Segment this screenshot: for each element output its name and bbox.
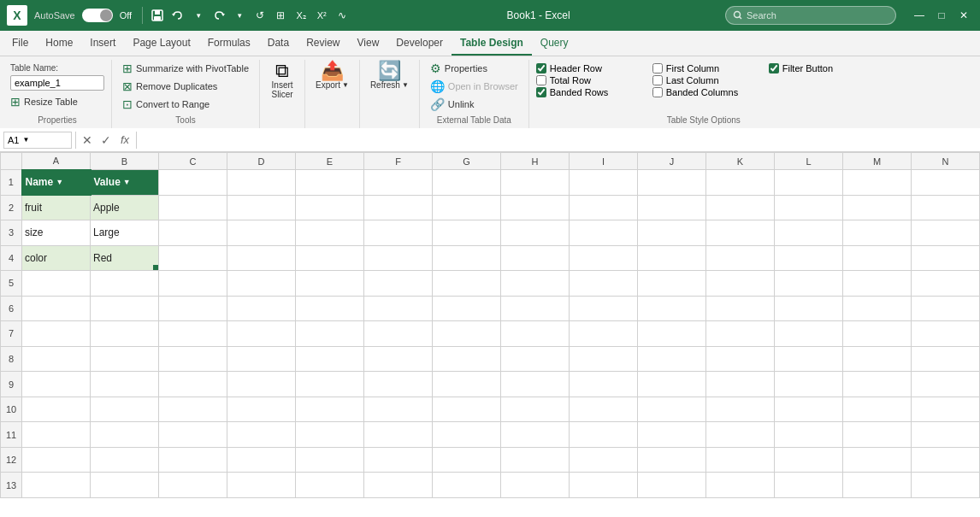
cell-A4[interactable]: color [22, 245, 91, 271]
cell-K2[interactable] [706, 195, 775, 220]
cell-E4[interactable] [296, 245, 364, 271]
cell-B2[interactable]: Apple [91, 195, 159, 220]
cell-J1[interactable] [638, 170, 706, 196]
search-box[interactable]: Search [725, 6, 896, 25]
cell-G2[interactable] [433, 195, 501, 220]
cell-D3[interactable] [227, 220, 296, 246]
tab-data[interactable]: Data [259, 31, 298, 56]
col-header-F[interactable]: F [364, 153, 433, 170]
cell-M3[interactable] [843, 220, 912, 246]
confirm-formula-icon[interactable]: ✓ [98, 133, 114, 147]
header-row-option[interactable]: Header Row [536, 63, 639, 73]
cell-F4[interactable] [364, 245, 433, 271]
banded-rows-checkbox[interactable] [536, 87, 546, 97]
cell-A1[interactable]: Name ▼ [22, 170, 91, 196]
col-header-A[interactable]: A [22, 153, 91, 170]
subscript-button[interactable]: X₂ [292, 6, 310, 25]
col-header-G[interactable]: G [433, 153, 501, 170]
tab-formulas[interactable]: Formulas [199, 31, 259, 56]
cell-E2[interactable] [296, 195, 364, 220]
cell-J3[interactable] [638, 220, 706, 246]
formula-input[interactable] [140, 134, 977, 146]
cell-A7[interactable] [22, 321, 91, 347]
cell-C1[interactable] [159, 170, 227, 196]
cell-A13[interactable] [22, 473, 91, 498]
open-in-browser-button[interactable]: 🌐 Open in Browser [427, 78, 522, 95]
cell-H4[interactable] [501, 245, 570, 271]
cell-H3[interactable] [501, 220, 570, 246]
col-header-N[interactable]: N [912, 153, 980, 170]
cell-H2[interactable] [501, 195, 570, 220]
cell-E3[interactable] [296, 220, 364, 246]
row-header-1[interactable]: 1 [1, 170, 22, 196]
row-header-4[interactable]: 4 [1, 245, 22, 271]
cell-K1[interactable] [706, 170, 775, 196]
banded-rows-option[interactable]: Banded Rows [536, 87, 639, 97]
resize-table-button[interactable]: ⊞ Resize Table [10, 93, 104, 110]
row-header-7[interactable]: 7 [1, 321, 22, 347]
tab-home[interactable]: Home [37, 31, 81, 56]
refresh-button[interactable]: ↺ [251, 6, 269, 25]
cell-G3[interactable] [433, 220, 501, 246]
cell-B7[interactable] [91, 321, 159, 347]
autosave-toggle[interactable] [82, 9, 113, 22]
cell-M2[interactable] [843, 195, 912, 220]
cell-A2[interactable]: fruit [22, 195, 91, 220]
more-toolbar-button[interactable]: ∿ [333, 6, 351, 25]
cell-L2[interactable] [775, 195, 843, 220]
cell-A5[interactable] [22, 271, 91, 297]
col-header-B[interactable]: B [91, 153, 159, 170]
cell-B13[interactable] [91, 473, 159, 498]
cell-D4[interactable] [227, 245, 296, 271]
cell-N1[interactable] [912, 170, 980, 196]
last-column-option[interactable]: Last Column [652, 75, 755, 85]
col-header-L[interactable]: L [775, 153, 843, 170]
cell-A3[interactable]: size [22, 220, 91, 246]
cell-I1[interactable] [570, 170, 638, 196]
tab-file[interactable]: File [3, 31, 37, 56]
cell-F3[interactable] [364, 220, 433, 246]
cell-ref-dropdown[interactable]: ▼ [22, 136, 29, 144]
cell-B5[interactable] [91, 271, 159, 297]
cell-B12[interactable] [91, 447, 159, 473]
cell-N3[interactable] [912, 220, 980, 246]
superscript-button[interactable]: X² [312, 6, 331, 25]
col-header-M[interactable]: M [843, 153, 912, 170]
cell-J2[interactable] [638, 195, 706, 220]
cell-I3[interactable] [570, 220, 638, 246]
cell-F2[interactable] [364, 195, 433, 220]
tab-developer[interactable]: Developer [387, 31, 452, 56]
cell-M4[interactable] [843, 245, 912, 271]
cell-A9[interactable] [22, 372, 91, 397]
summarize-pivot-button[interactable]: ⊞ Summarize with PivotTable [119, 60, 252, 77]
tab-query[interactable]: Query [532, 31, 577, 56]
filter-button-checkbox[interactable] [769, 63, 779, 73]
banded-columns-option[interactable]: Banded Columns [652, 87, 755, 97]
cell-C2[interactable] [159, 195, 227, 220]
cell-D1[interactable] [227, 170, 296, 196]
cell-K4[interactable] [706, 245, 775, 271]
save-button[interactable] [148, 6, 167, 25]
cell-L4[interactable] [775, 245, 843, 271]
cell-A8[interactable] [22, 346, 91, 372]
tab-review[interactable]: Review [298, 31, 348, 56]
tab-table-design[interactable]: Table Design [452, 31, 532, 56]
cell-F1[interactable] [364, 170, 433, 196]
remove-duplicates-button[interactable]: ⊠ Remove Duplicates [119, 78, 252, 95]
first-column-checkbox[interactable] [652, 63, 663, 73]
close-button[interactable]: ✕ [954, 6, 973, 25]
value-dropdown-arrow[interactable]: ▼ [123, 178, 131, 186]
filter-button-option[interactable]: Filter Button [769, 63, 871, 73]
row-header-12[interactable]: 12 [1, 447, 22, 473]
cell-A6[interactable] [22, 296, 91, 321]
col-header-I[interactable]: I [570, 153, 638, 170]
row-header-6[interactable]: 6 [1, 296, 22, 321]
maximize-button[interactable]: □ [932, 6, 951, 25]
refresh-data-button[interactable]: 🔄 Refresh ▼ [367, 60, 412, 91]
cell-A10[interactable] [22, 397, 91, 422]
cell-M1[interactable] [843, 170, 912, 196]
col-header-J[interactable]: J [638, 153, 706, 170]
properties-button[interactable]: ⚙ Properties [427, 60, 522, 77]
convert-to-range-button[interactable]: ⊡ Convert to Range [119, 96, 252, 113]
col-header-D[interactable]: D [227, 153, 296, 170]
